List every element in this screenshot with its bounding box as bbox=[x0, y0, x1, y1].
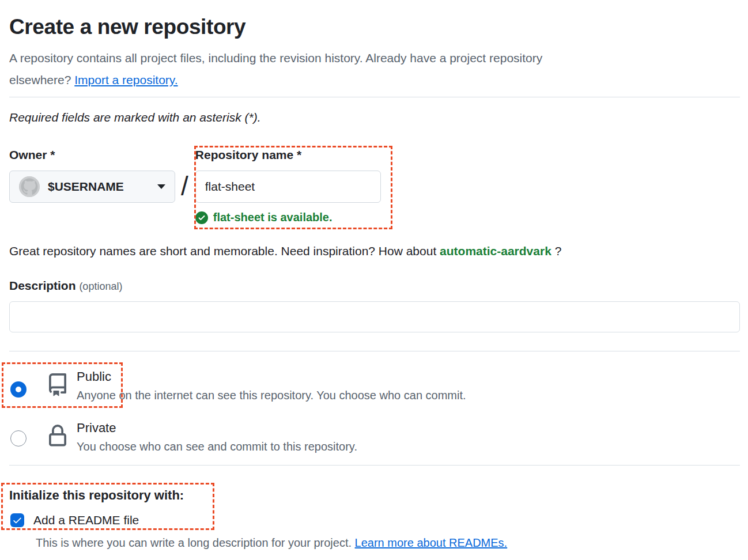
checkmark-icon bbox=[12, 515, 22, 525]
availability-text: flat-sheet is available. bbox=[213, 210, 333, 225]
page-title: Create a new repository bbox=[9, 15, 740, 39]
triangle-down-icon bbox=[157, 184, 165, 189]
suggestion-text-after: ? bbox=[551, 244, 562, 258]
owner-selected-value: $USERNAME bbox=[48, 180, 124, 194]
visibility-option-private: Private You choose who can see and commi… bbox=[9, 420, 740, 455]
description-input[interactable] bbox=[9, 301, 740, 332]
readme-note-text: This is where you can write a long descr… bbox=[36, 536, 355, 549]
private-description: You choose who can see and commit to thi… bbox=[77, 438, 357, 455]
visibility-option-public: Public Anyone on the internet can see th… bbox=[9, 369, 740, 404]
learn-more-readmes-link[interactable]: Learn more about READMEs. bbox=[355, 536, 508, 549]
public-description: Anyone on the internet can see this repo… bbox=[77, 387, 466, 404]
public-option-text: Public Anyone on the internet can see th… bbox=[77, 369, 466, 404]
description-label-row: Description (optional) bbox=[9, 278, 740, 294]
intro-text: A repository contains all project files,… bbox=[9, 47, 740, 91]
import-repository-link[interactable]: Import a repository. bbox=[74, 73, 177, 86]
description-label: Description bbox=[9, 279, 76, 292]
public-radio[interactable] bbox=[10, 381, 27, 398]
name-suggestion: Great repository names are short and mem… bbox=[9, 244, 740, 259]
owner-dropdown-button[interactable]: $USERNAME bbox=[9, 171, 175, 203]
check-circle-icon bbox=[195, 211, 208, 224]
initialize-heading: Initialize this repository with: bbox=[9, 487, 740, 503]
divider bbox=[9, 465, 740, 466]
repository-name-label: Repository name * bbox=[195, 147, 381, 162]
readme-checkbox-row: Add a README file bbox=[9, 513, 740, 528]
intro-line1: A repository contains all project files,… bbox=[9, 51, 542, 65]
private-label[interactable]: Private bbox=[77, 420, 357, 436]
readme-note: This is where you can write a long descr… bbox=[36, 535, 740, 550]
private-radio[interactable] bbox=[10, 430, 27, 447]
intro-line2: elsewhere? bbox=[9, 73, 71, 86]
octocat-avatar-icon bbox=[19, 176, 40, 197]
repository-name-field: Repository name * flat-sheet is availabl… bbox=[195, 147, 381, 225]
owner-label: Owner * bbox=[9, 147, 175, 162]
owner-field: Owner * $USERNAME bbox=[9, 147, 175, 225]
owner-repo-separator: / bbox=[181, 169, 188, 225]
lock-icon bbox=[46, 425, 69, 448]
owner-repo-row: Owner * $USERNAME / Repository name * fl… bbox=[9, 147, 740, 225]
add-readme-checkbox[interactable] bbox=[10, 513, 24, 527]
divider bbox=[9, 351, 740, 351]
add-readme-label[interactable]: Add a README file bbox=[33, 513, 139, 528]
divider bbox=[9, 97, 740, 97]
repo-book-icon bbox=[46, 373, 69, 396]
public-label[interactable]: Public bbox=[77, 369, 466, 385]
suggested-name-link[interactable]: automatic-aardvark bbox=[440, 244, 551, 258]
create-repository-page: Create a new repository A repository con… bbox=[0, 0, 748, 560]
required-fields-note: Required fields are marked with an aster… bbox=[9, 110, 740, 124]
private-option-text: Private You choose who can see and commi… bbox=[77, 420, 357, 455]
suggestion-text-before: Great repository names are short and mem… bbox=[9, 244, 440, 258]
description-optional-hint: (optional) bbox=[79, 281, 122, 292]
repository-name-input[interactable] bbox=[195, 171, 381, 203]
availability-message: flat-sheet is available. bbox=[195, 210, 381, 225]
